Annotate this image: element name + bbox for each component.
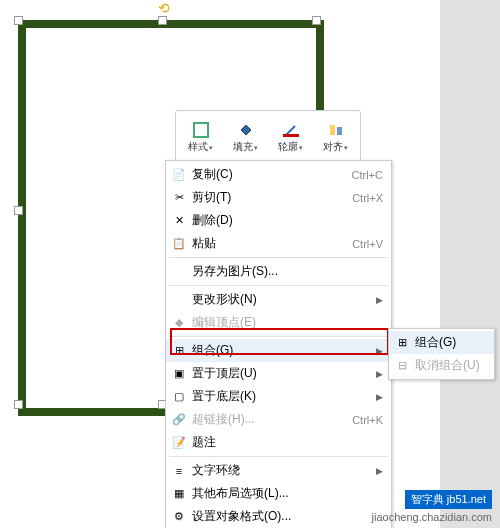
send-back-icon: ▢ — [171, 389, 187, 405]
outline-label: 轮廓 — [278, 141, 298, 152]
svg-rect-1 — [283, 134, 299, 137]
copy-icon: 📄 — [171, 167, 187, 183]
menu-caption[interactable]: 📝题注 — [166, 431, 391, 454]
menu-hyperlink: 🔗超链接(H)...Ctrl+K — [166, 408, 391, 431]
group-icon: ⊞ — [171, 343, 187, 359]
menu-delete[interactable]: ✕删除(D) — [166, 209, 391, 232]
dropdown-arrow-icon: ▾ — [344, 144, 348, 151]
watermark-domain: jiaocheng.chazidian.com — [372, 511, 492, 523]
submenu-ungroup: ⊟取消组合(U) — [389, 354, 494, 377]
align-button[interactable]: 对齐▾ — [313, 113, 358, 161]
layout-icon: ▦ — [171, 486, 187, 502]
submenu-arrow-icon: ▶ — [376, 295, 383, 305]
dropdown-arrow-icon: ▾ — [209, 144, 213, 151]
separator — [169, 257, 388, 258]
menu-change-shape[interactable]: 更改形状(N)▶ — [166, 288, 391, 311]
cut-icon: ✂ — [171, 190, 187, 206]
separator — [169, 456, 388, 457]
fill-button[interactable]: 填充▾ — [223, 113, 268, 161]
menu-format-object[interactable]: ⚙设置对象格式(O)... — [166, 505, 391, 528]
hyperlink-icon: 🔗 — [171, 412, 187, 428]
align-label: 对齐 — [323, 141, 343, 152]
resize-handle-nw[interactable] — [14, 16, 23, 25]
submenu-arrow-icon: ▶ — [376, 369, 383, 379]
submenu-arrow-icon: ▶ — [376, 346, 383, 356]
paste-icon: 📋 — [171, 236, 187, 252]
style-icon — [192, 121, 210, 139]
menu-bring-front[interactable]: ▣置于顶层(U)▶ — [166, 362, 391, 385]
fill-icon — [237, 121, 255, 139]
context-menu: 📄复制(C)Ctrl+C ✂剪切(T)Ctrl+X ✕删除(D) 📋粘贴Ctrl… — [165, 160, 392, 528]
rotate-handle[interactable]: ⟲ — [158, 0, 170, 16]
resize-handle-w[interactable] — [14, 206, 23, 215]
menu-save-as-picture[interactable]: 另存为图片(S)... — [166, 260, 391, 283]
group-submenu: ⊞组合(G) ⊟取消组合(U) — [388, 328, 495, 380]
dropdown-arrow-icon: ▾ — [299, 144, 303, 151]
outline-icon — [282, 121, 300, 139]
menu-cut[interactable]: ✂剪切(T)Ctrl+X — [166, 186, 391, 209]
align-icon — [327, 121, 345, 139]
svg-rect-0 — [194, 123, 208, 137]
floating-toolbar: 样式▾ 填充▾ 轮廓▾ 对齐▾ — [175, 110, 361, 164]
watermark-site: 智字典 jb51.net — [405, 490, 492, 509]
ungroup-icon: ⊟ — [394, 358, 410, 374]
watermark: 智字典 jb51.net jiaocheng.chazidian.com — [372, 490, 492, 523]
fill-label: 填充 — [233, 141, 253, 152]
bring-front-icon: ▣ — [171, 366, 187, 382]
menu-more-layout[interactable]: ▦其他布局选项(L)... — [166, 482, 391, 505]
svg-rect-3 — [337, 127, 342, 135]
submenu-arrow-icon: ▶ — [376, 466, 383, 476]
menu-paste[interactable]: 📋粘贴Ctrl+V — [166, 232, 391, 255]
style-label: 样式 — [188, 141, 208, 152]
separator — [169, 336, 388, 337]
menu-edit-points: ◆编辑顶点(E) — [166, 311, 391, 334]
svg-rect-2 — [330, 125, 335, 135]
page-edge — [440, 0, 500, 528]
submenu-arrow-icon: ▶ — [376, 392, 383, 402]
resize-handle-n[interactable] — [158, 16, 167, 25]
resize-handle-sw[interactable] — [14, 400, 23, 409]
menu-copy[interactable]: 📄复制(C)Ctrl+C — [166, 163, 391, 186]
menu-text-wrap[interactable]: ≡文字环绕▶ — [166, 459, 391, 482]
format-icon: ⚙ — [171, 509, 187, 525]
resize-handle-ne[interactable] — [312, 16, 321, 25]
outline-button[interactable]: 轮廓▾ — [268, 113, 313, 161]
dropdown-arrow-icon: ▾ — [254, 144, 258, 151]
group-icon: ⊞ — [394, 335, 410, 351]
separator — [169, 285, 388, 286]
style-button[interactable]: 样式▾ — [178, 113, 223, 161]
submenu-group[interactable]: ⊞组合(G) — [389, 331, 494, 354]
caption-icon: 📝 — [171, 435, 187, 451]
edit-points-icon: ◆ — [171, 315, 187, 331]
menu-send-back[interactable]: ▢置于底层(K)▶ — [166, 385, 391, 408]
delete-icon: ✕ — [171, 213, 187, 229]
menu-group[interactable]: ⊞组合(G)▶ — [166, 339, 391, 362]
text-wrap-icon: ≡ — [171, 463, 187, 479]
